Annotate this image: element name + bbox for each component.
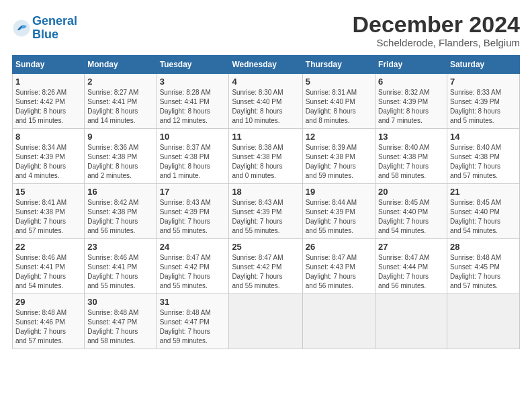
calendar-cell: 1Sunrise: 8:26 AM Sunset: 4:42 PM Daylig… [13, 74, 85, 129]
calendar-cell: 10Sunrise: 8:37 AM Sunset: 4:38 PM Dayli… [157, 129, 229, 184]
calendar-week-row: 22Sunrise: 8:46 AM Sunset: 4:41 PM Dayli… [13, 239, 520, 294]
day-number: 10 [160, 132, 226, 142]
day-number: 14 [450, 132, 517, 142]
day-info: Sunrise: 8:34 AM Sunset: 4:39 PM Dayligh… [15, 143, 81, 181]
calendar-table: Sunday Monday Tuesday Wednesday Thursday… [12, 55, 520, 349]
day-info: Sunrise: 8:33 AM Sunset: 4:39 PM Dayligh… [450, 88, 517, 126]
day-info: Sunrise: 8:46 AM Sunset: 4:41 PM Dayligh… [87, 253, 153, 291]
col-tuesday: Tuesday [157, 56, 229, 74]
col-thursday: Thursday [302, 56, 375, 74]
day-number: 25 [232, 242, 299, 252]
calendar-cell: 21Sunrise: 8:45 AM Sunset: 4:40 PM Dayli… [447, 184, 519, 239]
calendar-cell: 15Sunrise: 8:41 AM Sunset: 4:38 PM Dayli… [13, 184, 85, 239]
day-number: 20 [378, 187, 444, 197]
calendar-cell: 8Sunrise: 8:34 AM Sunset: 4:39 PM Daylig… [13, 129, 85, 184]
calendar-week-row: 1Sunrise: 8:26 AM Sunset: 4:42 PM Daylig… [13, 74, 520, 129]
calendar-cell: 4Sunrise: 8:30 AM Sunset: 4:40 PM Daylig… [229, 74, 302, 129]
col-monday: Monday [85, 56, 157, 74]
calendar-cell: 20Sunrise: 8:45 AM Sunset: 4:40 PM Dayli… [375, 184, 447, 239]
logo-line1: General [32, 14, 77, 28]
calendar-cell: 26Sunrise: 8:47 AM Sunset: 4:43 PM Dayli… [302, 239, 375, 294]
calendar-cell: 6Sunrise: 8:32 AM Sunset: 4:39 PM Daylig… [375, 74, 447, 129]
day-info: Sunrise: 8:43 AM Sunset: 4:39 PM Dayligh… [232, 198, 299, 236]
day-number: 7 [450, 77, 517, 87]
day-number: 4 [232, 77, 299, 87]
day-info: Sunrise: 8:31 AM Sunset: 4:40 PM Dayligh… [306, 88, 372, 126]
day-number: 30 [87, 297, 153, 307]
day-number: 15 [15, 187, 81, 197]
day-number: 27 [378, 242, 444, 252]
day-info: Sunrise: 8:32 AM Sunset: 4:39 PM Dayligh… [378, 88, 444, 126]
logo: General Blue [12, 15, 77, 42]
logo-line2: Blue [32, 28, 58, 41]
calendar-cell: 3Sunrise: 8:28 AM Sunset: 4:41 PM Daylig… [157, 74, 229, 129]
calendar-cell: 27Sunrise: 8:47 AM Sunset: 4:44 PM Dayli… [375, 239, 447, 294]
calendar-week-row: 29Sunrise: 8:48 AM Sunset: 4:46 PM Dayli… [13, 294, 520, 349]
col-friday: Friday [375, 56, 447, 74]
logo-icon [12, 19, 31, 38]
calendar-cell: 30Sunrise: 8:48 AM Sunset: 4:47 PM Dayli… [85, 294, 157, 349]
calendar-cell: 7Sunrise: 8:33 AM Sunset: 4:39 PM Daylig… [447, 74, 519, 129]
day-info: Sunrise: 8:47 AM Sunset: 4:44 PM Dayligh… [378, 253, 444, 291]
day-number: 18 [232, 187, 299, 197]
col-sunday: Sunday [13, 56, 85, 74]
day-number: 31 [160, 297, 226, 307]
calendar-cell: 13Sunrise: 8:40 AM Sunset: 4:38 PM Dayli… [375, 129, 447, 184]
calendar-cell [229, 294, 302, 349]
day-number: 6 [378, 77, 444, 87]
day-info: Sunrise: 8:48 AM Sunset: 4:45 PM Dayligh… [450, 253, 517, 291]
calendar-cell: 5Sunrise: 8:31 AM Sunset: 4:40 PM Daylig… [302, 74, 375, 129]
logo-text: General Blue [32, 15, 77, 42]
calendar-cell: 22Sunrise: 8:46 AM Sunset: 4:41 PM Dayli… [13, 239, 85, 294]
day-info: Sunrise: 8:46 AM Sunset: 4:41 PM Dayligh… [15, 253, 81, 291]
day-number: 5 [306, 77, 372, 87]
day-number: 3 [160, 77, 226, 87]
day-info: Sunrise: 8:30 AM Sunset: 4:40 PM Dayligh… [232, 88, 299, 126]
day-number: 19 [306, 187, 372, 197]
day-info: Sunrise: 8:28 AM Sunset: 4:41 PM Dayligh… [160, 88, 226, 126]
calendar-cell: 9Sunrise: 8:36 AM Sunset: 4:38 PM Daylig… [85, 129, 157, 184]
calendar-cell [302, 294, 375, 349]
day-info: Sunrise: 8:43 AM Sunset: 4:39 PM Dayligh… [160, 198, 226, 236]
header: General Blue December 2024 Schelderode, … [12, 12, 520, 48]
header-row: Sunday Monday Tuesday Wednesday Thursday… [13, 56, 520, 74]
col-saturday: Saturday [447, 56, 519, 74]
day-number: 2 [87, 77, 153, 87]
calendar-cell: 28Sunrise: 8:48 AM Sunset: 4:45 PM Dayli… [447, 239, 519, 294]
day-info: Sunrise: 8:45 AM Sunset: 4:40 PM Dayligh… [450, 198, 517, 236]
calendar-cell: 29Sunrise: 8:48 AM Sunset: 4:46 PM Dayli… [13, 294, 85, 349]
day-number: 12 [306, 132, 372, 142]
day-number: 26 [306, 242, 372, 252]
calendar-week-row: 8Sunrise: 8:34 AM Sunset: 4:39 PM Daylig… [13, 129, 520, 184]
day-number: 9 [87, 132, 153, 142]
calendar-cell: 16Sunrise: 8:42 AM Sunset: 4:38 PM Dayli… [85, 184, 157, 239]
day-info: Sunrise: 8:47 AM Sunset: 4:42 PM Dayligh… [232, 253, 299, 291]
calendar-cell: 31Sunrise: 8:48 AM Sunset: 4:47 PM Dayli… [157, 294, 229, 349]
calendar-cell: 2Sunrise: 8:27 AM Sunset: 4:41 PM Daylig… [85, 74, 157, 129]
day-number: 13 [378, 132, 444, 142]
calendar-header: Sunday Monday Tuesday Wednesday Thursday… [13, 56, 520, 74]
month-title: December 2024 [352, 12, 520, 37]
day-info: Sunrise: 8:47 AM Sunset: 4:43 PM Dayligh… [306, 253, 372, 291]
day-number: 11 [232, 132, 299, 142]
day-number: 17 [160, 187, 226, 197]
day-info: Sunrise: 8:37 AM Sunset: 4:38 PM Dayligh… [160, 143, 226, 181]
title-area: December 2024 Schelderode, Flanders, Bel… [352, 12, 520, 48]
day-info: Sunrise: 8:48 AM Sunset: 4:47 PM Dayligh… [160, 308, 226, 346]
calendar-cell [375, 294, 447, 349]
day-info: Sunrise: 8:26 AM Sunset: 4:42 PM Dayligh… [15, 88, 81, 126]
day-info: Sunrise: 8:40 AM Sunset: 4:38 PM Dayligh… [378, 143, 444, 181]
day-number: 16 [87, 187, 153, 197]
day-info: Sunrise: 8:41 AM Sunset: 4:38 PM Dayligh… [15, 198, 81, 236]
day-info: Sunrise: 8:48 AM Sunset: 4:46 PM Dayligh… [15, 308, 81, 346]
day-info: Sunrise: 8:48 AM Sunset: 4:47 PM Dayligh… [87, 308, 153, 346]
day-info: Sunrise: 8:40 AM Sunset: 4:38 PM Dayligh… [450, 143, 517, 181]
day-number: 24 [160, 242, 226, 252]
day-info: Sunrise: 8:44 AM Sunset: 4:39 PM Dayligh… [306, 198, 372, 236]
day-info: Sunrise: 8:42 AM Sunset: 4:38 PM Dayligh… [87, 198, 153, 236]
calendar-body: 1Sunrise: 8:26 AM Sunset: 4:42 PM Daylig… [13, 74, 520, 349]
day-info: Sunrise: 8:38 AM Sunset: 4:38 PM Dayligh… [232, 143, 299, 181]
day-info: Sunrise: 8:45 AM Sunset: 4:40 PM Dayligh… [378, 198, 444, 236]
day-info: Sunrise: 8:27 AM Sunset: 4:41 PM Dayligh… [87, 88, 153, 126]
day-number: 1 [15, 77, 81, 87]
